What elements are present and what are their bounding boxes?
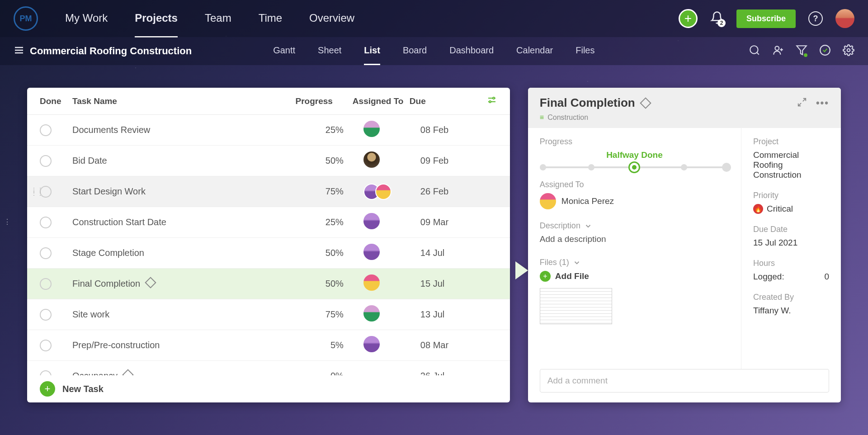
column-settings-button[interactable]	[486, 95, 497, 108]
task-assignees[interactable]	[344, 305, 420, 324]
help-button[interactable]: ?	[808, 11, 823, 26]
table-row[interactable]: Prep/Pre-construction5%08 Mar	[27, 330, 510, 361]
notifications-button[interactable]: 2	[710, 11, 724, 26]
app-logo[interactable]: PM	[14, 6, 38, 31]
task-assignees[interactable]	[344, 184, 420, 200]
expand-button[interactable]	[797, 97, 807, 109]
task-assignees[interactable]	[344, 274, 420, 293]
top-right-controls: + 2 Subscribe ?	[679, 9, 854, 28]
table-row[interactable]: Documents Review25%08 Feb	[27, 115, 510, 146]
task-list-body: Documents Review25%08 FebBid Date50%09 F…	[27, 115, 510, 375]
view-gantt[interactable]: Gantt	[273, 37, 295, 65]
view-board[interactable]: Board	[403, 37, 427, 65]
svg-point-12	[493, 97, 495, 99]
list-icon: ≡	[540, 113, 544, 122]
comment-input[interactable]: Add a comment	[540, 369, 829, 392]
table-row[interactable]: Stage Completion50%14 Jul	[27, 238, 510, 269]
task-due: 13 Jul	[420, 309, 497, 320]
task-due: 14 Jul	[420, 248, 497, 258]
view-dashboard[interactable]: Dashboard	[449, 37, 494, 65]
add-file-label: Add File	[555, 271, 589, 281]
view-list[interactable]: List	[364, 37, 380, 65]
subscribe-button[interactable]: Subscribe	[736, 9, 796, 28]
flame-icon: 🔥	[753, 204, 763, 214]
project-label: Project	[753, 137, 829, 147]
assignee-avatar	[363, 336, 380, 352]
breadcrumb[interactable]: ≡ Construction	[540, 113, 829, 122]
search-button[interactable]	[749, 44, 760, 58]
task-due: 15 Jul	[420, 279, 497, 289]
detail-left-column: Progress Halfway Done Assigned To Monica…	[528, 128, 741, 369]
table-row[interactable]: Bid Date50%09 Feb	[27, 146, 510, 176]
filter-button[interactable]	[796, 44, 807, 58]
more-menu-button[interactable]: •••	[816, 97, 829, 109]
expand-icon	[797, 97, 807, 107]
view-files[interactable]: Files	[576, 37, 594, 65]
nav-time[interactable]: Time	[259, 0, 282, 38]
progress-complete-icon	[722, 163, 731, 172]
priority-value[interactable]: 🔥 Critical	[753, 204, 829, 214]
task-name: Final Completion	[72, 279, 289, 289]
table-row[interactable]: Final Completion 50%15 Jul	[27, 269, 510, 299]
task-due: 09 Mar	[420, 217, 497, 227]
task-name: Bid Date	[72, 156, 289, 166]
settings-button[interactable]	[843, 44, 854, 58]
user-avatar[interactable]	[835, 9, 854, 28]
assignee-avatar	[363, 305, 380, 322]
assignee-row[interactable]: Monica Perez	[540, 193, 729, 209]
done-checkbox[interactable]	[40, 278, 52, 290]
table-row[interactable]: Occupancy 0%26 Jul	[27, 361, 510, 375]
svg-point-9	[820, 45, 830, 55]
svg-point-14	[489, 101, 491, 103]
hamburger-icon	[14, 45, 24, 56]
task-progress: 25%	[289, 125, 344, 135]
detail-right-column: Project Commercial Roofing Construction …	[741, 128, 841, 369]
files-label[interactable]: Files (1)	[540, 258, 729, 267]
table-row[interactable]: Site work75%13 Jul	[27, 299, 510, 330]
task-progress: 50%	[289, 279, 344, 289]
progress-thumb[interactable]	[628, 161, 640, 173]
task-name: Prep/Pre-construction	[72, 340, 289, 350]
progress-section: Progress Halfway Done	[540, 137, 729, 168]
done-checkbox[interactable]	[40, 309, 52, 321]
task-list-card: Done Task Name Progress Assigned To Due …	[27, 88, 510, 402]
drag-handle-icon[interactable]: ⋮⋮⋮⋮	[31, 189, 43, 195]
nav-overview[interactable]: Overview	[309, 0, 354, 38]
approve-button[interactable]	[819, 44, 831, 58]
nav-my-work[interactable]: My Work	[65, 0, 108, 38]
description-label[interactable]: Description	[540, 221, 729, 231]
table-row[interactable]: ⋮⋮⋮⋮Start Design Work75%26 Feb	[27, 176, 510, 207]
done-checkbox[interactable]	[40, 155, 52, 167]
done-checkbox[interactable]	[40, 124, 52, 136]
new-task-button[interactable]: + New Task	[27, 375, 510, 402]
file-attachment-thumbnail[interactable]	[540, 288, 612, 324]
progress-slider[interactable]	[542, 166, 727, 168]
view-sheet[interactable]: Sheet	[318, 37, 341, 65]
task-assignees[interactable]	[344, 336, 420, 355]
assignee-avatar	[363, 213, 380, 229]
done-checkbox[interactable]	[40, 247, 52, 259]
nav-team[interactable]: Team	[205, 0, 231, 38]
table-row[interactable]: Construction Start Date25%09 Mar	[27, 207, 510, 238]
svg-point-10	[847, 49, 850, 52]
view-calendar[interactable]: Calendar	[516, 37, 553, 65]
menu-toggle[interactable]	[14, 45, 24, 57]
task-assignees[interactable]	[344, 213, 420, 232]
description-input[interactable]: Add a description	[540, 234, 729, 244]
nav-projects[interactable]: Projects	[135, 0, 178, 38]
done-checkbox[interactable]	[40, 217, 52, 228]
task-assignees[interactable]	[344, 244, 420, 262]
milestone-icon	[122, 369, 133, 375]
top-nav: PM My Work Projects Team Time Overview +…	[0, 0, 868, 37]
task-assignees[interactable]	[344, 151, 420, 170]
task-detail-panel: Final Completion ••• ≡ Construction Prog…	[528, 88, 841, 402]
content-area: Done Task Name Progress Assigned To Due …	[0, 65, 868, 402]
hours-logged-value: 0	[824, 272, 829, 282]
header-done: Done	[40, 96, 72, 106]
task-assignees[interactable]	[344, 121, 420, 139]
add-button[interactable]: +	[679, 9, 698, 28]
done-checkbox[interactable]	[40, 340, 52, 351]
add-file-button[interactable]: + Add File	[540, 271, 729, 282]
done-checkbox[interactable]	[40, 370, 52, 376]
add-user-button[interactable]	[772, 44, 784, 58]
